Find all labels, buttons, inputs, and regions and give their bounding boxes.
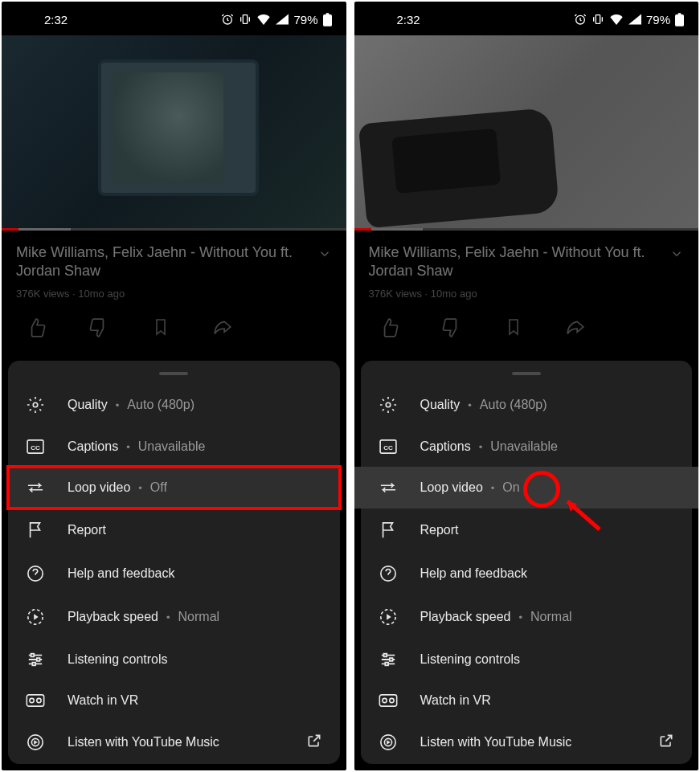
vr-label: Watch in VR [420, 693, 491, 708]
speed-label: Playback speed [68, 610, 158, 623]
svg-rect-11 [32, 663, 35, 666]
svg-rect-18 [596, 15, 600, 24]
share-icon[interactable] [212, 317, 233, 338]
menu-playback-speed[interactable]: Playback speed•Normal [361, 595, 693, 639]
svg-point-14 [37, 698, 41, 702]
sheet-handle[interactable] [159, 372, 188, 375]
menu-watch-vr[interactable]: Watch in VR [361, 680, 693, 721]
gear-icon [379, 396, 398, 414]
speed-icon [26, 608, 45, 626]
phone-screenshot-right: 2:32 79% Mike Williams, Felix Jaehn - Wi… [354, 2, 699, 770]
svg-rect-2 [323, 14, 332, 27]
vr-icon [26, 694, 45, 707]
flag-icon [379, 521, 398, 539]
action-buttons [2, 306, 346, 343]
svg-rect-10 [37, 658, 40, 661]
wifi-icon [256, 14, 271, 25]
video-player[interactable] [354, 35, 699, 228]
video-player[interactable] [2, 35, 346, 228]
svg-rect-3 [325, 13, 329, 15]
svg-point-21 [386, 402, 391, 407]
sliders-icon [379, 652, 398, 668]
quality-label: Quality [68, 398, 108, 411]
menu-youtube-music[interactable]: Listen with YouTube Music [8, 721, 340, 764]
captions-value: Unavailable [490, 439, 558, 453]
battery-icon [323, 13, 332, 27]
ytmusic-label: Listen with YouTube Music [68, 735, 219, 750]
save-icon[interactable] [151, 317, 170, 337]
sheet-handle[interactable] [512, 372, 541, 375]
svg-point-13 [30, 698, 34, 702]
help-icon [379, 565, 398, 582]
help-label: Help and feedback [420, 566, 527, 581]
chevron-down-icon[interactable] [317, 247, 332, 261]
video-meta: 376K views · 10mo ago [369, 288, 685, 300]
signal-icon [628, 14, 641, 25]
video-title[interactable]: Mike Williams, Felix Jaehn - Without You… [16, 243, 308, 281]
thumbs-down-icon[interactable] [441, 317, 462, 338]
svg-rect-20 [678, 13, 682, 15]
status-icons: 79% [574, 13, 684, 27]
svg-point-4 [33, 402, 38, 407]
menu-loop-video[interactable]: Loop video•Off [8, 467, 340, 509]
loop-icon [26, 480, 45, 496]
youtube-music-icon [26, 733, 45, 751]
svg-rect-9 [31, 654, 35, 657]
svg-rect-27 [389, 658, 392, 661]
ytmusic-label: Listen with YouTube Music [420, 735, 572, 750]
menu-captions[interactable]: CC Captions•Unavailable [8, 427, 340, 467]
menu-listening-controls[interactable]: Listening controls [361, 639, 693, 680]
menu-playback-speed[interactable]: Playback speed•Normal [8, 595, 340, 639]
menu-quality[interactable]: Quality•Auto (480p) [361, 383, 693, 427]
loop-label: Loop video [420, 480, 483, 494]
loop-icon [379, 480, 398, 496]
menu-watch-vr[interactable]: Watch in VR [8, 680, 340, 721]
speed-value: Normal [178, 610, 220, 623]
quality-label: Quality [420, 398, 461, 411]
thumbs-up-icon[interactable] [26, 317, 47, 338]
menu-quality[interactable]: Quality•Auto (480p) [8, 383, 340, 427]
share-icon[interactable] [565, 317, 586, 338]
menu-loop-video[interactable]: Loop video•On [354, 467, 699, 509]
battery-text: 79% [646, 13, 670, 27]
svg-rect-1 [244, 15, 248, 24]
alarm-icon [221, 13, 234, 26]
wifi-icon [609, 14, 624, 25]
menu-captions[interactable]: CC Captions•Unavailable [361, 427, 693, 467]
captions-icon: CC [26, 439, 45, 454]
chevron-down-icon[interactable] [669, 247, 684, 261]
svg-point-31 [389, 698, 393, 702]
action-buttons [354, 306, 699, 343]
menu-youtube-music[interactable]: Listen with YouTube Music [361, 721, 693, 764]
captions-icon: CC [379, 439, 398, 454]
settings-sheet: Quality•Auto (480p) CC Captions•Unavaila… [361, 361, 693, 764]
vr-label: Watch in VR [68, 693, 138, 708]
battery-text: 79% [293, 13, 317, 27]
vibrate-icon [592, 13, 604, 26]
listening-label: Listening controls [420, 652, 521, 667]
signal-icon [276, 14, 289, 25]
status-icons: 79% [221, 13, 331, 27]
video-title[interactable]: Mike Williams, Felix Jaehn - Without You… [369, 243, 661, 281]
captions-label: Captions [68, 439, 118, 453]
save-icon[interactable] [504, 317, 523, 337]
thumbs-down-icon[interactable] [88, 317, 109, 338]
video-meta: 376K views · 10mo ago [16, 288, 332, 300]
menu-report[interactable]: Report [361, 509, 693, 552]
menu-report[interactable]: Report [8, 509, 340, 552]
phone-screenshot-left: 2:32 79% Mike Williams, Felix Jaehn - Wi… [2, 2, 346, 770]
battery-icon [675, 13, 684, 27]
status-bar: 2:32 79% [2, 2, 346, 35]
loop-value: On [502, 480, 519, 494]
listening-label: Listening controls [68, 652, 168, 667]
gear-icon [26, 396, 45, 414]
external-link-icon [658, 733, 674, 752]
menu-help[interactable]: Help and feedback [361, 552, 693, 595]
thumbs-up-icon[interactable] [379, 317, 399, 338]
flag-icon [26, 521, 45, 539]
loop-value: Off [150, 480, 167, 494]
menu-help[interactable]: Help and feedback [8, 552, 340, 595]
menu-listening-controls[interactable]: Listening controls [8, 639, 340, 680]
speed-value: Normal [530, 610, 572, 623]
help-label: Help and feedback [68, 566, 174, 581]
